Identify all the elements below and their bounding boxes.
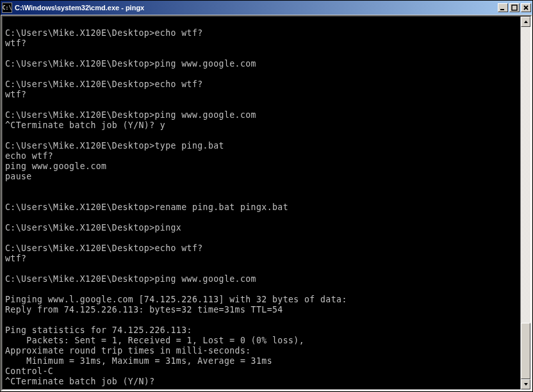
cmd-window: C:\ C:\Windows\system32\cmd.exe - pingx … bbox=[0, 0, 533, 392]
scrollbar-track[interactable] bbox=[521, 27, 530, 379]
maximize-button[interactable] bbox=[509, 3, 520, 12]
window-title: C:\Windows\system32\cmd.exe - pingx bbox=[15, 4, 498, 12]
minimize-button[interactable] bbox=[498, 3, 508, 12]
scrollbar-thumb[interactable] bbox=[521, 323, 530, 379]
vertical-scrollbar[interactable] bbox=[520, 17, 530, 389]
client-area: C:\Users\Mike.X120E\Desktop>echo wtf? wt… bbox=[1, 15, 532, 391]
close-button[interactable] bbox=[521, 3, 531, 12]
titlebar[interactable]: C:\ C:\Windows\system32\cmd.exe - pingx bbox=[1, 1, 532, 15]
window-controls bbox=[498, 3, 531, 12]
scroll-up-button[interactable] bbox=[521, 17, 530, 27]
svg-rect-1 bbox=[512, 5, 517, 10]
scroll-down-button[interactable] bbox=[521, 379, 530, 389]
svg-rect-0 bbox=[500, 9, 504, 10]
cmd-icon: C:\ bbox=[2, 3, 12, 13]
terminal-output[interactable]: C:\Users\Mike.X120E\Desktop>echo wtf? wt… bbox=[3, 17, 520, 389]
